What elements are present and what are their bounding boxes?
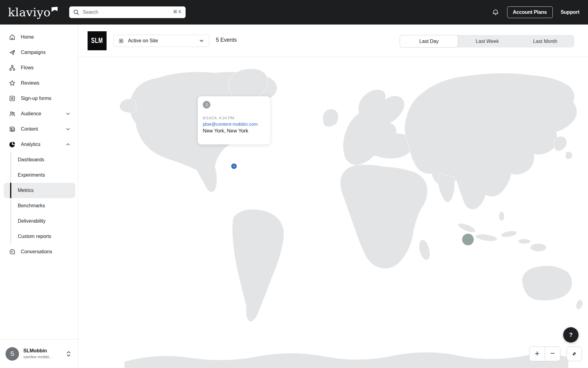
tab-last-month[interactable]: Last Month — [516, 35, 574, 48]
chevron-up-icon — [66, 142, 70, 147]
global-search: ⌘ K — [69, 6, 186, 18]
audience-icon — [9, 110, 16, 117]
event-avatar: J — [203, 101, 210, 109]
sidebar-item-content[interactable]: Content — [0, 121, 78, 137]
tab-last-day[interactable]: Last Day — [400, 35, 458, 48]
sidebar-item-label: Sign-up forms — [21, 96, 51, 101]
account-switcher[interactable]: S SLMobbin samlee.mobbi... — [0, 339, 78, 368]
chevron-down-icon — [199, 38, 204, 44]
flow-icon — [9, 64, 16, 71]
fullscreen-icon — [571, 351, 578, 357]
sidebar-item-label: Audience — [21, 111, 41, 117]
map-zoom-controls: + − — [529, 347, 560, 361]
klaviyo-logo-text: klaviyo — [8, 6, 51, 19]
zoom-out-button[interactable]: − — [545, 347, 560, 361]
sidebar-item-label: Home — [21, 34, 34, 40]
sidebar-item-label: Benchmarks — [18, 203, 45, 209]
chevron-up-down-icon[interactable] — [66, 350, 72, 358]
sidebar-item-reviews[interactable]: Reviews — [0, 75, 78, 91]
event-email-link[interactable]: jdoe@content-mobbin.com — [203, 121, 265, 127]
account-plans-button[interactable]: Account Plans — [507, 6, 553, 18]
sidebar-item-label: Custom reports — [18, 234, 51, 239]
company-logo-text: SLM — [91, 36, 103, 45]
chat-bubble-icon — [9, 248, 16, 255]
metric-picker-label: Active on Site — [128, 38, 158, 44]
sidebar-item-label: Analytics — [21, 142, 40, 147]
home-icon — [9, 33, 16, 41]
sidebar-item-analytics[interactable]: Analytics — [0, 137, 78, 152]
chevron-down-icon — [66, 111, 70, 116]
sidebar-item-audience[interactable]: Audience — [0, 106, 78, 121]
send-icon — [9, 49, 16, 56]
sidebar-item-label: Dashboards — [18, 157, 44, 163]
gear-icon — [118, 38, 124, 44]
sidebar-item-label: Reviews — [21, 80, 39, 86]
sidebar-item-home[interactable]: Home — [0, 29, 78, 45]
content-icon — [9, 125, 16, 133]
analytics-subnav: Dashboards Experiments Metrics Benchmark… — [0, 152, 78, 244]
support-link[interactable]: Support — [561, 10, 579, 15]
sidebar-item-conversations[interactable]: Conversations — [0, 244, 78, 259]
sidebar-item-dashboards[interactable]: Dashboards — [4, 152, 75, 167]
sidebar-item-custom-reports[interactable]: Custom reports — [4, 229, 75, 244]
star-icon — [9, 79, 16, 87]
sidebar-item-experiments[interactable]: Experiments — [4, 167, 75, 183]
company-logo: SLM — [88, 31, 107, 50]
sidebar-item-flows[interactable]: Flows — [0, 60, 78, 75]
user-email: samlee.mobbi... — [23, 355, 52, 360]
notifications-bell-icon[interactable] — [492, 9, 499, 16]
klaviyo-flag-icon — [51, 7, 58, 12]
sidebar-item-benchmarks[interactable]: Benchmarks — [4, 198, 75, 213]
sidebar-item-label: Deliverability — [18, 218, 46, 224]
zoom-in-button[interactable]: + — [530, 347, 545, 361]
event-timestamp: 8/14/24, 4:24 PM — [203, 116, 265, 120]
sidebar-item-deliverability[interactable]: Deliverability — [4, 213, 75, 229]
sidebar-item-label: Campaigns — [21, 50, 46, 55]
search-shortcut-hint: ⌘ K — [173, 9, 181, 14]
sidebar-item-signup-forms[interactable]: Sign-up forms — [0, 91, 78, 106]
events-map[interactable]: J 8/14/24, 4:24 PM jdoe@content-mobbin.c… — [78, 57, 588, 368]
event-location: New York, New York — [203, 128, 265, 134]
sidebar: Home Campaigns Flows Reviews Sign-up for… — [0, 25, 78, 368]
user-name: SLMobbin — [23, 348, 52, 354]
sidebar-item-campaigns[interactable]: Campaigns — [0, 45, 78, 60]
fullscreen-button[interactable] — [567, 347, 582, 361]
metric-toolbar: SLM Active on Site 5 Events Last Day Las… — [78, 25, 588, 57]
event-cluster-southeast-asia[interactable] — [462, 234, 474, 245]
metric-picker-dropdown[interactable]: Active on Site — [113, 35, 209, 47]
event-marker-center-dot — [233, 166, 235, 167]
events-count: 5 Events — [216, 37, 237, 43]
sidebar-item-label: Content — [21, 126, 38, 132]
search-input[interactable] — [69, 6, 186, 18]
tab-last-week[interactable]: Last Week — [458, 35, 516, 48]
chevron-down-icon — [66, 127, 70, 132]
time-range-tabs: Last Day Last Week Last Month — [400, 35, 574, 48]
sidebar-item-label: Experiments — [18, 172, 45, 178]
sidebar-item-label: Flows — [21, 65, 34, 71]
sidebar-item-label: Metrics — [18, 188, 34, 193]
form-icon — [9, 95, 16, 102]
top-header: klaviyo ⌘ K Account Plans Support — [0, 0, 588, 25]
user-avatar: S — [6, 347, 19, 361]
sidebar-item-label: Conversations — [21, 249, 52, 255]
sidebar-item-metrics[interactable]: Metrics — [4, 183, 75, 198]
analytics-pie-icon — [9, 141, 16, 148]
klaviyo-logo[interactable]: klaviyo — [8, 6, 58, 19]
help-button[interactable]: ? — [563, 327, 579, 343]
world-map[interactable] — [78, 57, 588, 368]
search-icon — [73, 9, 80, 16]
event-tooltip: J 8/14/24, 4:24 PM jdoe@content-mobbin.c… — [198, 96, 270, 144]
